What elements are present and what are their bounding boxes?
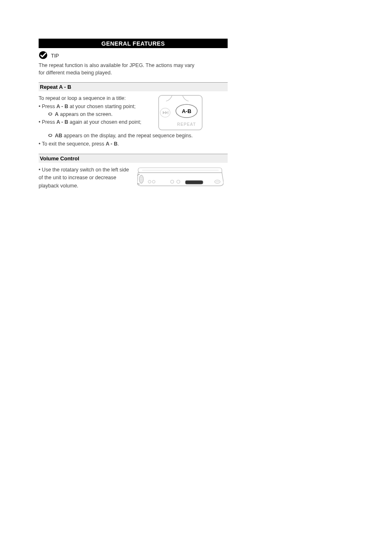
repeat-icon [48, 133, 55, 139]
intro-line: To repeat or loop a sequence in a title: [39, 95, 154, 102]
remote-corner-illustration: A-B REPEAT [158, 95, 203, 132]
repeat-icon [48, 111, 55, 117]
bullet-ab-exit: • To exit the sequence, press A - B. [39, 140, 228, 148]
bullet-ab-start: • Press A - B at your chosen starting po… [39, 103, 154, 111]
heading-repeat-ab: Repeat A - B [39, 82, 228, 91]
tip-label: TIP [51, 53, 59, 59]
tip-body: The repeat function is also available fo… [39, 62, 199, 76]
sub-a-appears: A appears on the screen. [48, 111, 154, 118]
repeat-caption: REPEAT [177, 122, 196, 127]
section-banner: GENERAL FEATURES [39, 39, 228, 48]
bullet-ab-end: • Press A - B again at your chosen end p… [39, 118, 154, 126]
player-unit-illustration [137, 166, 224, 192]
sub-ab-appears: AB appears on the display, and the repea… [48, 132, 228, 140]
volume-text: • Use the rotatary switch on the left si… [39, 166, 133, 190]
ab-button-label: A-B [182, 108, 191, 114]
rotary-volume-icon [139, 175, 143, 183]
svg-rect-3 [168, 111, 168, 114]
heading-volume-control: Volume Control [39, 154, 228, 163]
tip-check-icon [39, 51, 48, 61]
